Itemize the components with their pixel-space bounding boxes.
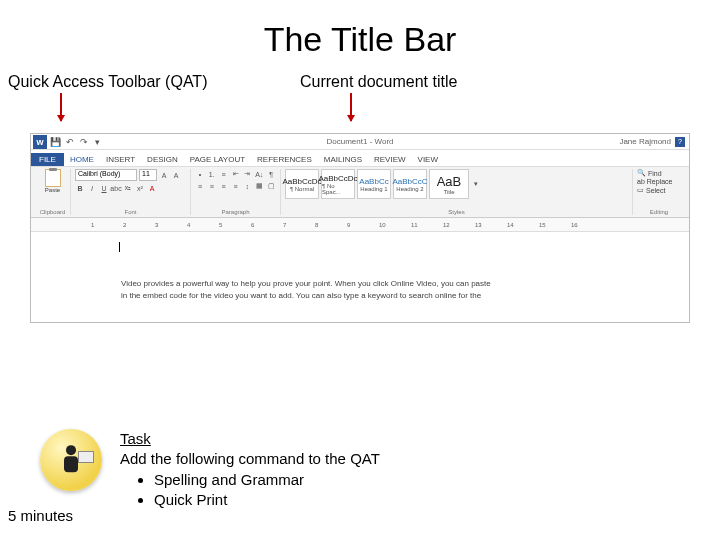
tab-insert[interactable]: INSERT: [100, 153, 141, 166]
underline-icon[interactable]: U: [99, 183, 109, 193]
tab-file[interactable]: FILE: [31, 153, 64, 166]
word-window: w 💾 ↶ ↷ ▾ Document1 - Word Jane Rajmond …: [30, 133, 690, 323]
task-duration: 5 minutes: [8, 507, 73, 524]
paste-icon[interactable]: [45, 169, 61, 187]
show-marks-icon[interactable]: ¶: [266, 169, 276, 179]
style-no-spacing[interactable]: AaBbCcDc¶ No Spac...: [321, 169, 355, 199]
group-label: Paragraph: [195, 209, 276, 215]
text-cursor-icon: [119, 242, 120, 252]
align-center-icon[interactable]: ≡: [207, 181, 217, 191]
titlebar: w 💾 ↶ ↷ ▾ Document1 - Word Jane Rajmond …: [31, 134, 689, 150]
arrow-icon: [350, 93, 352, 121]
dec-indent-icon[interactable]: ⇤: [231, 169, 241, 179]
qat-customize-icon[interactable]: ▾: [92, 136, 103, 147]
replace-icon: ab: [637, 178, 645, 185]
quick-access-toolbar: 💾 ↶ ↷ ▾: [50, 136, 103, 147]
group-font: Calibri (Body) 11 A A B I U abc x₂ x² A …: [71, 169, 191, 215]
slide-title: The Title Bar: [0, 20, 720, 59]
monitor-icon: [78, 451, 94, 463]
bullets-icon[interactable]: •: [195, 169, 205, 179]
task-intro: Add the following command to the QAT: [120, 449, 380, 469]
subscript-icon[interactable]: x₂: [123, 183, 133, 193]
body-line: Video provides a powerful way to help yo…: [121, 278, 609, 290]
redo-icon[interactable]: ↷: [78, 136, 89, 147]
undo-icon[interactable]: ↶: [64, 136, 75, 147]
word-logo-icon: w: [33, 135, 47, 149]
user-account[interactable]: Jane Rajmond: [619, 137, 671, 146]
group-label: Font: [75, 209, 186, 215]
group-label: Styles: [285, 209, 628, 215]
align-right-icon[interactable]: ≡: [219, 181, 229, 191]
style-title[interactable]: AaBTitle: [429, 169, 469, 199]
strike-icon[interactable]: abc: [111, 183, 121, 193]
group-editing: 🔍Find abReplace ▭Select Editing: [633, 169, 685, 215]
style-heading2[interactable]: AaBbCcCHeading 2: [393, 169, 427, 199]
replace-button[interactable]: abReplace: [637, 178, 681, 185]
document-area[interactable]: Video provides a powerful way to help yo…: [31, 232, 689, 322]
annotation-doc-title: Current document title: [300, 73, 457, 91]
bold-icon[interactable]: B: [75, 183, 85, 193]
numbering-icon[interactable]: 1.: [207, 169, 217, 179]
task-item: Spelling and Grammar: [154, 470, 380, 490]
ribbon: Paste Clipboard Calibri (Body) 11 A A B …: [31, 166, 689, 218]
inc-indent-icon[interactable]: ⇥: [242, 169, 252, 179]
italic-icon[interactable]: I: [87, 183, 97, 193]
task-block: Task Add the following command to the QA…: [40, 429, 380, 510]
tab-design[interactable]: DESIGN: [141, 153, 184, 166]
font-size-select[interactable]: 11: [139, 169, 157, 181]
styles-more-icon[interactable]: ▾: [471, 179, 481, 189]
font-name-select[interactable]: Calibri (Body): [75, 169, 137, 181]
tab-review[interactable]: REVIEW: [368, 153, 412, 166]
group-clipboard: Paste Clipboard: [35, 169, 71, 215]
style-heading1[interactable]: AaBbCcHeading 1: [357, 169, 391, 199]
body-line: in the embed code for the video you want…: [121, 290, 609, 302]
line-spacing-icon[interactable]: ↕: [242, 181, 252, 191]
save-icon[interactable]: 💾: [50, 136, 61, 147]
tab-view[interactable]: VIEW: [412, 153, 444, 166]
tab-home[interactable]: HOME: [64, 153, 100, 166]
document-title: Document1 - Word: [327, 137, 394, 146]
task-item: Quick Print: [154, 490, 380, 510]
document-body: Video provides a powerful way to help yo…: [121, 278, 609, 302]
tab-references[interactable]: REFERENCES: [251, 153, 318, 166]
font-color-icon[interactable]: A: [147, 183, 157, 193]
group-paragraph: • 1. ≡ ⇤ ⇥ A↓ ¶ ≡ ≡ ≡ ≡ ↕ ▦ ▢: [191, 169, 281, 215]
ribbon-tabs: FILE HOME INSERT DESIGN PAGE LAYOUT REFE…: [31, 150, 689, 166]
shading-icon[interactable]: ▦: [254, 181, 264, 191]
tab-page-layout[interactable]: PAGE LAYOUT: [184, 153, 251, 166]
help-icon[interactable]: ?: [675, 137, 685, 147]
select-button[interactable]: ▭Select: [637, 186, 681, 194]
group-label: Clipboard: [39, 209, 66, 215]
grow-font-icon[interactable]: A: [159, 170, 169, 180]
superscript-icon[interactable]: x²: [135, 183, 145, 193]
justify-icon[interactable]: ≡: [231, 181, 241, 191]
paste-button[interactable]: Paste: [45, 187, 60, 193]
search-icon: 🔍: [637, 169, 646, 177]
multilevel-icon[interactable]: ≡: [219, 169, 229, 179]
borders-icon[interactable]: ▢: [266, 181, 276, 191]
task-person-icon: [40, 429, 102, 491]
tab-mailings[interactable]: MAILINGS: [318, 153, 368, 166]
annotation-row: Quick Access Toolbar (QAT) Current docum…: [0, 73, 720, 133]
annotation-qat: Quick Access Toolbar (QAT): [8, 73, 207, 91]
ruler[interactable]: 12345678910111213141516: [31, 218, 689, 232]
user-name: Jane Rajmond: [619, 137, 671, 146]
arrow-icon: [60, 93, 62, 121]
align-left-icon[interactable]: ≡: [195, 181, 205, 191]
group-label: Editing: [637, 209, 681, 215]
cursor-icon: ▭: [637, 186, 644, 194]
style-normal[interactable]: AaBbCcDc¶ Normal: [285, 169, 319, 199]
group-styles: AaBbCcDc¶ Normal AaBbCcDc¶ No Spac... Aa…: [281, 169, 633, 215]
sort-icon[interactable]: A↓: [254, 169, 264, 179]
shrink-font-icon[interactable]: A: [171, 170, 181, 180]
styles-gallery[interactable]: AaBbCcDc¶ Normal AaBbCcDc¶ No Spac... Aa…: [285, 169, 628, 199]
task-heading: Task: [120, 430, 151, 447]
find-button[interactable]: 🔍Find: [637, 169, 681, 177]
